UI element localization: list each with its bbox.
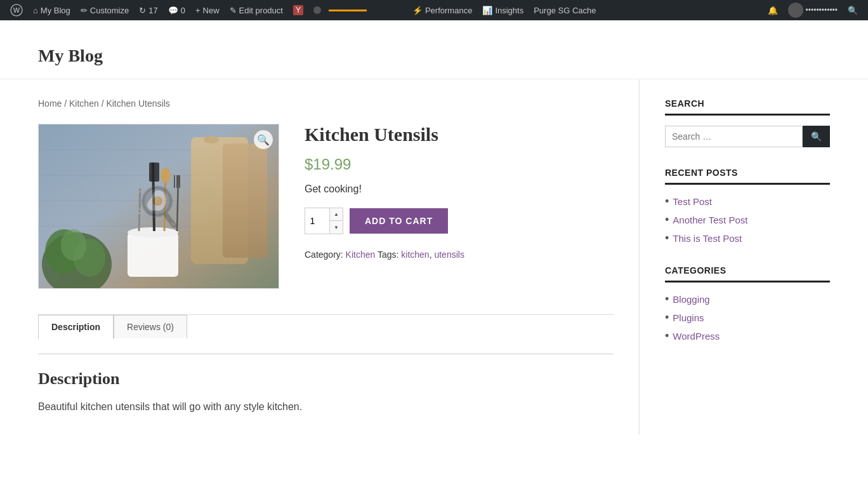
performance-link[interactable]: ⚡ Performance bbox=[407, 0, 477, 20]
tab-list: Description Reviews (0) bbox=[38, 315, 614, 338]
tab-content-description: Description Beautiful kitchen utensils t… bbox=[38, 354, 614, 415]
list-item: Another Test Post bbox=[665, 213, 830, 227]
admin-bar: W ⌂ My Blog ✏ Customize ↻ 17 💬 0 + New ✎… bbox=[0, 0, 868, 20]
circle-icon bbox=[313, 6, 321, 14]
quantity-wrap: ▲ ▼ bbox=[305, 208, 343, 234]
search-button[interactable]: 🔍 bbox=[803, 126, 830, 147]
comments-link[interactable]: 💬 0 bbox=[163, 0, 190, 20]
tag-kitchen-link[interactable]: kitchen bbox=[401, 249, 429, 260]
svg-point-11 bbox=[128, 227, 178, 237]
content-area: Home / Kitchen / Kitchen Utensils bbox=[38, 79, 640, 434]
zoom-icon[interactable]: 🔍 bbox=[254, 130, 273, 149]
category-wordpress[interactable]: WordPress bbox=[673, 331, 720, 342]
list-item: Blogging bbox=[665, 293, 830, 306]
category-plugins[interactable]: Plugins bbox=[673, 312, 704, 323]
insights-link[interactable]: 📊 Insights bbox=[477, 0, 529, 20]
edit-product-link[interactable]: ✎ Edit product bbox=[225, 0, 288, 20]
categories-title: CATEGORIES bbox=[665, 265, 830, 282]
bell-icon: 🔔 bbox=[768, 6, 778, 15]
tags-label: Tags: bbox=[378, 249, 398, 260]
list-item: This is Test Post bbox=[665, 232, 830, 245]
bar-chart-icon: 📊 bbox=[482, 6, 492, 15]
sidebar-recent-posts-section: RECENT POSTS Test Post Another Test Post… bbox=[665, 168, 830, 245]
list-item: Test Post bbox=[665, 195, 830, 208]
product-info: Kitchen Utensils $19.99 Get cooking! ▲ ▼… bbox=[305, 124, 614, 289]
updates-count: 17 bbox=[148, 6, 157, 15]
product-layout: 🔍 Kitchen Utensils $19.99 Get cooking! ▲… bbox=[38, 124, 614, 289]
user-avatar bbox=[788, 3, 803, 18]
edit-product-label: Edit product bbox=[239, 6, 283, 15]
comments-count: 0 bbox=[181, 6, 185, 15]
description-body: Beautiful kitchen utensils that will go … bbox=[38, 399, 614, 415]
recent-post-another-test[interactable]: Another Test Post bbox=[673, 215, 747, 225]
admin-search-icon: 🔍 bbox=[848, 6, 858, 15]
recent-posts-list: Test Post Another Test Post This is Test… bbox=[665, 195, 830, 245]
site-title: My Blog bbox=[38, 46, 830, 66]
svg-line-19 bbox=[177, 175, 178, 231]
insights-label: Insights bbox=[495, 6, 523, 15]
svg-rect-9 bbox=[223, 143, 267, 258]
search-input[interactable] bbox=[665, 126, 803, 147]
customize-link[interactable]: ✏ Customize bbox=[76, 0, 134, 20]
customize-icon: ✏ bbox=[81, 6, 88, 15]
my-blog-label: My Blog bbox=[41, 6, 70, 15]
new-link[interactable]: + New bbox=[190, 0, 225, 20]
svg-text:W: W bbox=[13, 6, 20, 14]
wp-logo[interactable]: W bbox=[5, 0, 28, 20]
product-short-description: Get cooking! bbox=[305, 183, 614, 195]
notifications-link[interactable]: 🔔 bbox=[763, 0, 783, 20]
add-to-cart-row: ▲ ▼ ADD TO CART bbox=[305, 208, 614, 234]
svg-point-26 bbox=[61, 229, 86, 261]
my-blog-link[interactable]: ⌂ My Blog bbox=[28, 0, 76, 20]
search-link[interactable]: 🔍 bbox=[843, 0, 863, 20]
sidebar-categories-section: CATEGORIES Blogging Plugins WordPress bbox=[665, 265, 830, 343]
tab-description[interactable]: Description bbox=[38, 315, 114, 339]
product-tabs: Description Reviews (0) Description Beau… bbox=[38, 314, 614, 415]
site-header: My Blog bbox=[0, 20, 868, 79]
svg-point-8 bbox=[204, 136, 219, 143]
quantity-input[interactable] bbox=[305, 208, 330, 234]
svg-point-18 bbox=[161, 168, 171, 183]
main-container: Home / Kitchen / Kitchen Utensils bbox=[0, 79, 868, 434]
list-item: Plugins bbox=[665, 311, 830, 324]
new-label: New bbox=[203, 6, 220, 15]
tab-reviews[interactable]: Reviews (0) bbox=[114, 315, 187, 338]
sidebar: SEARCH 🔍 RECENT POSTS Test Post Another … bbox=[640, 79, 830, 434]
recent-posts-title: RECENT POSTS bbox=[665, 168, 830, 185]
category-link[interactable]: Kitchen bbox=[346, 249, 378, 260]
breadcrumb-home[interactable]: Home bbox=[38, 98, 62, 109]
tag-utensils-link[interactable]: utensils bbox=[434, 249, 464, 260]
svg-point-13 bbox=[133, 188, 148, 213]
home-icon: ⌂ bbox=[33, 6, 38, 15]
circle-link[interactable] bbox=[308, 0, 326, 20]
yoast-icon: Y bbox=[293, 5, 303, 15]
performance-icon: ⚡ bbox=[412, 6, 423, 15]
product-title: Kitchen Utensils bbox=[305, 124, 614, 145]
comment-icon: 💬 bbox=[168, 6, 178, 15]
category-blogging[interactable]: Blogging bbox=[673, 294, 709, 305]
search-section-title: SEARCH bbox=[665, 98, 830, 116]
recent-post-test-post[interactable]: Test Post bbox=[673, 196, 712, 207]
product-price: $19.99 bbox=[305, 156, 614, 173]
quantity-down[interactable]: ▼ bbox=[330, 221, 343, 234]
purge-cache-link[interactable]: Purge SG Cache bbox=[529, 0, 601, 20]
breadcrumb: Home / Kitchen / Kitchen Utensils bbox=[38, 98, 614, 109]
page-wrapper: My Blog Home / Kitchen / Kitchen Utensil… bbox=[0, 20, 868, 485]
product-meta: Category: Kitchen Tags: kitchen, utensil… bbox=[305, 249, 614, 260]
recent-post-this-is-test[interactable]: This is Test Post bbox=[673, 233, 742, 244]
breadcrumb-kitchen[interactable]: Kitchen bbox=[69, 98, 99, 109]
categories-list: Blogging Plugins WordPress bbox=[665, 293, 830, 343]
yoast-link[interactable]: Y bbox=[288, 0, 308, 20]
category-label: Category: bbox=[305, 249, 343, 260]
sidebar-search-section: SEARCH 🔍 bbox=[665, 98, 830, 147]
updates-link[interactable]: ↻ 17 bbox=[134, 0, 162, 20]
refresh-icon: ↻ bbox=[139, 6, 146, 15]
breadcrumb-current: Kitchen Utensils bbox=[106, 98, 169, 109]
performance-label: Performance bbox=[425, 6, 472, 15]
search-row: 🔍 bbox=[665, 126, 830, 147]
add-to-cart-button[interactable]: ADD TO CART bbox=[350, 208, 448, 234]
plus-icon: + bbox=[195, 6, 201, 15]
quantity-up[interactable]: ▲ bbox=[330, 208, 343, 221]
svg-rect-16 bbox=[149, 163, 159, 182]
user-link[interactable]: •••••••••••• bbox=[783, 0, 843, 20]
